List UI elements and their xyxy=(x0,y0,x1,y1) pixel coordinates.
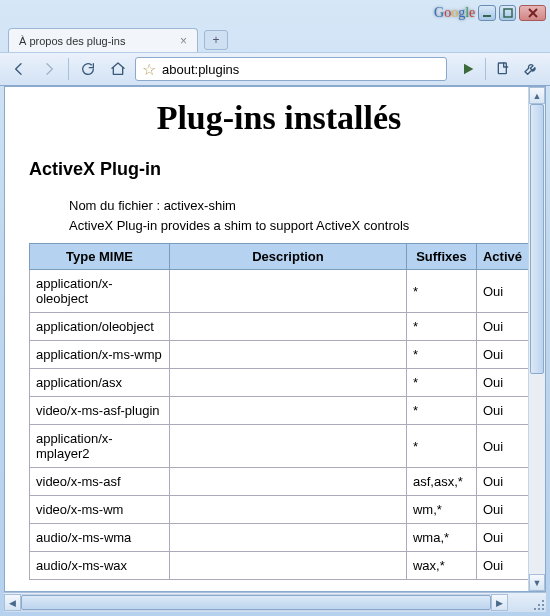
description-line: ActiveX Plug-in provides a shim to suppo… xyxy=(69,216,529,236)
cell-enabled: Oui xyxy=(476,496,528,524)
cell-desc xyxy=(170,369,407,397)
col-mime: Type MIME xyxy=(30,244,170,270)
cell-mime: application/x-mplayer2 xyxy=(30,425,170,468)
cell-mime: application/asx xyxy=(30,369,170,397)
table-row: audio/x-ms-wmawma,*Oui xyxy=(30,524,529,552)
content-wrap: Plug-ins installés ActiveX Plug-in Nom d… xyxy=(4,86,546,592)
cell-suffix: asf,asx,* xyxy=(406,468,476,496)
table-row: application/x-ms-wmp*Oui xyxy=(30,341,529,369)
table-row: video/x-ms-asf-plugin*Oui xyxy=(30,397,529,425)
cell-suffix: wm,* xyxy=(406,496,476,524)
new-tab-button[interactable]: + xyxy=(204,30,228,50)
cell-desc xyxy=(170,270,407,313)
hscroll-thumb[interactable] xyxy=(21,595,491,610)
cell-suffix: * xyxy=(406,341,476,369)
page-body: Plug-ins installés ActiveX Plug-in Nom d… xyxy=(5,87,545,588)
cell-mime: application/x-ms-wmp xyxy=(30,341,170,369)
cell-enabled: Oui xyxy=(476,468,528,496)
cell-mime: audio/x-ms-wma xyxy=(30,524,170,552)
cell-desc xyxy=(170,341,407,369)
tab-strip: À propos des plug-ins × + xyxy=(0,26,550,52)
cell-mime: application/x-oleobject xyxy=(30,270,170,313)
tab-close-icon[interactable]: × xyxy=(180,34,187,48)
window-title-bar: Google xyxy=(0,0,550,26)
table-row: application/x-mplayer2*Oui xyxy=(30,425,529,468)
cell-desc xyxy=(170,468,407,496)
cell-desc xyxy=(170,397,407,425)
horizontal-scrollbar[interactable]: ◀ ▶ xyxy=(4,594,508,611)
google-logo: Google xyxy=(434,5,475,21)
cell-suffix: wma,* xyxy=(406,524,476,552)
table-row: video/x-ms-asfasf,asx,*Oui xyxy=(30,468,529,496)
home-button[interactable] xyxy=(105,57,131,81)
cell-desc xyxy=(170,524,407,552)
back-button[interactable] xyxy=(6,57,32,81)
cell-enabled: Oui xyxy=(476,369,528,397)
cell-suffix: * xyxy=(406,270,476,313)
url-input[interactable] xyxy=(162,62,440,77)
cell-enabled: Oui xyxy=(476,524,528,552)
cell-mime: video/x-ms-asf xyxy=(30,468,170,496)
svg-rect-5 xyxy=(498,63,506,74)
cell-desc xyxy=(170,496,407,524)
separator xyxy=(485,58,486,80)
cell-desc xyxy=(170,552,407,580)
wrench-menu-button[interactable] xyxy=(518,57,544,81)
cell-mime: audio/x-ms-wax xyxy=(30,552,170,580)
cell-enabled: Oui xyxy=(476,313,528,341)
cell-suffix: * xyxy=(406,397,476,425)
cell-suffix: wax,* xyxy=(406,552,476,580)
plugins-table: Type MIME Description Suffixes Activé ap… xyxy=(29,243,529,580)
scroll-up-icon[interactable]: ▲ xyxy=(529,87,545,104)
cell-mime: video/x-ms-wm xyxy=(30,496,170,524)
col-desc: Description xyxy=(170,244,407,270)
cell-enabled: Oui xyxy=(476,552,528,580)
cell-enabled: Oui xyxy=(476,341,528,369)
table-row: video/x-ms-wmwm,*Oui xyxy=(30,496,529,524)
cell-suffix: * xyxy=(406,425,476,468)
cell-mime: video/x-ms-asf-plugin xyxy=(30,397,170,425)
vertical-scrollbar[interactable]: ▲ ▼ xyxy=(528,87,545,591)
toolbar: ☆ xyxy=(0,52,550,86)
maximize-button[interactable] xyxy=(499,5,517,21)
table-row: application/x-oleobject*Oui xyxy=(30,270,529,313)
scroll-right-icon[interactable]: ▶ xyxy=(491,594,508,611)
cell-mime: application/oleobject xyxy=(30,313,170,341)
page-title: Plug-ins installés xyxy=(29,99,529,137)
tab-title: À propos des plug-ins xyxy=(19,35,125,47)
scroll-down-icon[interactable]: ▼ xyxy=(529,574,545,591)
col-suffix: Suffixes xyxy=(406,244,476,270)
table-row: application/asx*Oui xyxy=(30,369,529,397)
cell-desc xyxy=(170,425,407,468)
close-button[interactable] xyxy=(519,5,546,21)
filename-line: Nom du fichier : activex-shim xyxy=(69,196,529,216)
plugin-heading: ActiveX Plug-in xyxy=(29,159,529,180)
bookmark-star-icon[interactable]: ☆ xyxy=(142,60,156,79)
forward-button[interactable] xyxy=(36,57,62,81)
table-row: application/oleobject*Oui xyxy=(30,313,529,341)
scroll-track[interactable] xyxy=(529,104,545,574)
hscroll-track[interactable] xyxy=(21,594,491,611)
go-button[interactable] xyxy=(455,57,481,81)
scroll-thumb[interactable] xyxy=(530,104,544,374)
cell-enabled: Oui xyxy=(476,425,528,468)
scroll-left-icon[interactable]: ◀ xyxy=(4,594,21,611)
reload-button[interactable] xyxy=(75,57,101,81)
plugin-meta: Nom du fichier : activex-shim ActiveX Pl… xyxy=(69,196,529,235)
col-enabled: Activé xyxy=(476,244,528,270)
separator xyxy=(68,58,69,80)
browser-tab[interactable]: À propos des plug-ins × xyxy=(8,28,198,52)
status-bar: ◀ ▶ xyxy=(4,592,546,612)
viewport: Plug-ins installés ActiveX Plug-in Nom d… xyxy=(5,87,545,591)
svg-rect-1 xyxy=(504,9,512,17)
cell-suffix: * xyxy=(406,313,476,341)
cell-desc xyxy=(170,313,407,341)
cell-suffix: * xyxy=(406,369,476,397)
plus-icon: + xyxy=(212,33,219,47)
page-menu-button[interactable] xyxy=(490,57,516,81)
minimize-button[interactable] xyxy=(478,5,496,21)
resize-grip-icon[interactable] xyxy=(530,596,544,610)
svg-marker-4 xyxy=(464,64,473,75)
cell-enabled: Oui xyxy=(476,270,528,313)
address-bar[interactable]: ☆ xyxy=(135,57,447,81)
